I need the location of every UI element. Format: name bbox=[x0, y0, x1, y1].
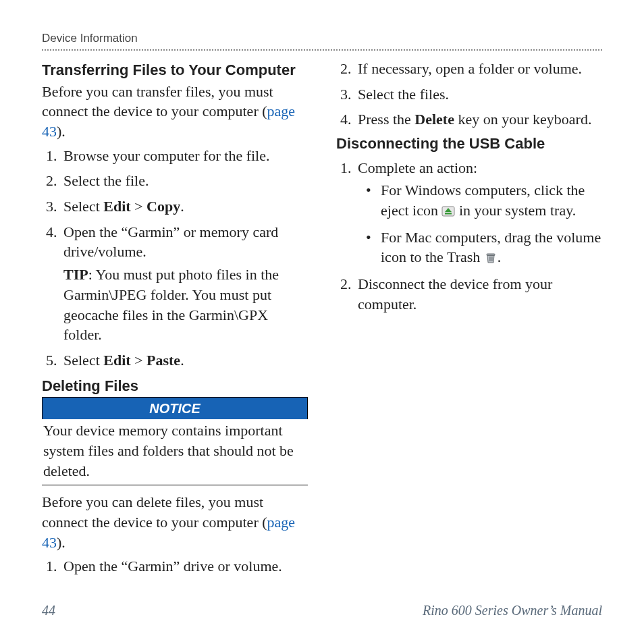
eject-icon bbox=[441, 202, 455, 213]
text: Complete an action: bbox=[358, 159, 477, 176]
text: > bbox=[131, 352, 146, 369]
tip-text: : You must put photo files in the Garmin… bbox=[63, 266, 279, 343]
notice-body: Your device memory contains important sy… bbox=[42, 419, 308, 485]
list-item: Open the “Garmin” or memory card drive/v… bbox=[61, 222, 308, 345]
text: Open the “Garmin” or memory card drive/v… bbox=[63, 223, 278, 261]
intro-deleting: Before you can delete files, you must co… bbox=[42, 492, 308, 552]
trash-icon bbox=[484, 248, 498, 259]
text: > bbox=[131, 198, 146, 215]
running-head: Device Information bbox=[42, 31, 602, 51]
text: . bbox=[180, 198, 184, 215]
action-bullets: For Windows computers, click the eject i… bbox=[358, 180, 602, 267]
list-item: Complete an action: For Windows computer… bbox=[355, 158, 602, 267]
text: ). bbox=[57, 534, 65, 551]
text: in your system tray. bbox=[455, 202, 576, 219]
text: Select bbox=[63, 198, 103, 215]
svg-rect-2 bbox=[445, 213, 452, 215]
text: . bbox=[498, 248, 502, 265]
notice-bar: NOTICE bbox=[42, 397, 308, 419]
list-item: If necessary, open a folder or volume. bbox=[355, 59, 602, 79]
text: Select bbox=[63, 352, 103, 369]
text: . bbox=[180, 352, 184, 369]
intro-transferring: Before you can transfer files, you must … bbox=[42, 82, 308, 142]
menu-paste: Paste bbox=[146, 352, 180, 369]
list-item: Browse your computer for the file. bbox=[61, 146, 308, 166]
text: Before you can delete files, you must co… bbox=[42, 493, 267, 531]
heading-deleting: Deleting Files bbox=[42, 376, 308, 396]
list-item: For Mac computers, drag the volume icon … bbox=[366, 227, 602, 267]
svg-rect-3 bbox=[487, 254, 495, 256]
list-item: For Windows computers, click the eject i… bbox=[366, 180, 602, 220]
page-number: 44 bbox=[42, 601, 55, 620]
key-delete: Delete bbox=[414, 111, 454, 128]
heading-transferring: Transferring Files to Your Computer bbox=[42, 60, 308, 80]
disconnect-steps: Complete an action: For Windows computer… bbox=[336, 158, 602, 315]
menu-edit: Edit bbox=[103, 352, 130, 369]
text: Press the bbox=[358, 111, 414, 128]
manual-title: Rino 600 Series Owner’s Manual bbox=[423, 601, 602, 620]
heading-disconnect: Disconnecting the USB Cable bbox=[336, 134, 602, 154]
list-item: Press the Delete key on your keyboard. bbox=[355, 109, 602, 130]
list-item: Select the file. bbox=[61, 171, 308, 191]
text: Before you can transfer files, you must … bbox=[42, 83, 273, 120]
list-item: Select Edit > Paste. bbox=[61, 350, 308, 371]
list-item: Disconnect the device from your computer… bbox=[355, 274, 602, 314]
text: key on your keyboard. bbox=[454, 111, 591, 128]
text: ). bbox=[57, 123, 65, 140]
transfer-steps: Browse your computer for the file. Selec… bbox=[42, 146, 308, 371]
menu-edit: Edit bbox=[103, 198, 130, 215]
list-item: Open the “Garmin” drive or volume. bbox=[61, 556, 308, 576]
tip-label: TIP bbox=[63, 266, 88, 283]
list-item: Select the files. bbox=[355, 84, 602, 105]
list-item: Select Edit > Copy. bbox=[61, 196, 308, 217]
menu-copy: Copy bbox=[146, 198, 180, 215]
tip: TIP: You must put photo files in the Gar… bbox=[63, 265, 308, 345]
